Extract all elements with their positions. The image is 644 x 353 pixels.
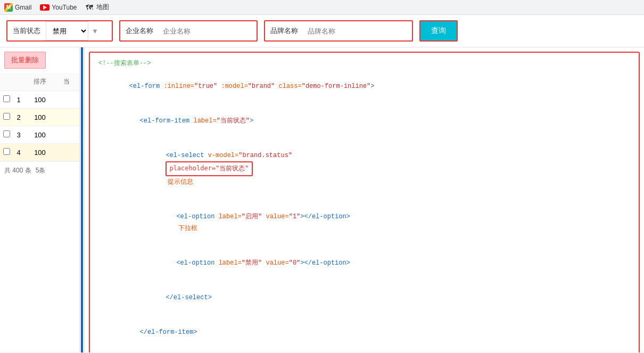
company-field-wrapper: 企业名称 — [119, 20, 258, 42]
select-arrow-icon: ▼ — [88, 27, 102, 35]
row-1-sort: 100 — [27, 92, 53, 108]
tab-gmail[interactable]: M Gmail — [4, 3, 31, 12]
company-input[interactable] — [159, 21, 257, 40]
code-line-option-enabled: <el-option label="启用" value="1"></el-opt… — [130, 200, 350, 246]
table-header: 排序 当 — [0, 73, 79, 91]
table-footer: 共 400 条 5条 — [0, 161, 79, 179]
main-content: 批量删除 排序 当 1 100 2 100 3 100 — [0, 47, 644, 352]
table-row: 3 100 — [0, 126, 79, 144]
table-row: 1 100 — [0, 91, 79, 109]
annotation-xialakuang: 下拉框 — [178, 224, 197, 232]
tab-maps[interactable]: 🗺 地图 — [86, 3, 109, 12]
tab-maps-label: 地图 — [96, 3, 109, 12]
code-line-select-close: </el-select> — [120, 281, 350, 315]
search-bar: 当前状态 禁用 启用 ▼ 企业名称 品牌名称 查询 — [0, 15, 644, 47]
vertical-separator — [81, 47, 83, 352]
row-4-more — [53, 148, 79, 157]
table-row: 4 100 — [0, 144, 79, 161]
brand-input[interactable] — [303, 21, 401, 40]
brand-field-wrapper: 品牌名称 — [264, 20, 413, 42]
code-line-form: <el-form :inline="true" :model="brand" c… — [98, 70, 630, 104]
th-checkbox — [0, 73, 11, 91]
row-3-checkbox[interactable] — [3, 130, 10, 137]
table-area: 批量删除 排序 当 1 100 2 100 3 100 — [0, 47, 80, 352]
code-line-form-item-status: <el-form-item label="当前状态"> — [98, 104, 630, 138]
row-2-num: 2 — [11, 109, 27, 126]
code-comment-search: <!--搜索表单--> — [98, 58, 630, 70]
code-section-1: <!--搜索表单--> <el-form :inline="true" :mod… — [89, 52, 640, 352]
code-line-select-wrap: <el-select v-model="brand.status" placeh… — [120, 138, 630, 315]
tab-gmail-label: Gmail — [15, 4, 31, 11]
browser-tab-bar: M Gmail YouTube 🗺 地图 — [0, 0, 644, 15]
gmail-icon: M — [4, 3, 13, 12]
row-4-checkbox[interactable] — [3, 148, 10, 155]
annotation-panel: <!--搜索表单--> <el-form :inline="true" :mod… — [84, 47, 644, 352]
code-line-form-item-close: </el-form-item> — [109, 315, 630, 350]
row-3-more — [53, 130, 79, 139]
th-more: 当 — [53, 73, 79, 91]
maps-icon: 🗺 — [86, 3, 94, 12]
row-4-num: 4 — [11, 144, 27, 161]
status-label: 当前状态 — [7, 26, 46, 36]
brand-label: 品牌名称 — [265, 26, 303, 36]
table-row: 2 100 — [0, 109, 79, 126]
annotation-tishi: 提示信息 — [166, 178, 193, 185]
status-select[interactable]: 禁用 启用 — [46, 21, 88, 40]
tab-youtube-label: YouTube — [52, 4, 77, 11]
row-1-more — [53, 95, 79, 104]
page-size: 5条 — [36, 166, 46, 175]
th-sort: 排序 — [27, 73, 53, 91]
total-count: 共 400 条 — [4, 166, 31, 175]
row-1-checkbox[interactable] — [3, 95, 10, 102]
code-line-option-disabled: <el-option label="禁用" value="0"></el-opt… — [130, 246, 350, 281]
th-num — [11, 73, 27, 91]
row-2-sort: 100 — [27, 109, 53, 126]
tab-youtube[interactable]: YouTube — [40, 4, 77, 11]
status-field-wrapper: 当前状态 禁用 启用 ▼ — [6, 20, 113, 42]
row-4-sort: 100 — [27, 144, 53, 161]
code-line-select: <el-select v-model="brand.status" placeh… — [120, 138, 350, 200]
row-2-checkbox[interactable] — [3, 113, 10, 120]
row-1-num: 1 — [11, 92, 27, 108]
youtube-icon — [40, 4, 49, 11]
row-3-sort: 100 — [27, 127, 53, 143]
company-label: 企业名称 — [120, 26, 159, 36]
placeholder-bubble: placeholder="当前状态" — [166, 161, 252, 176]
query-button[interactable]: 查询 — [419, 20, 458, 42]
row-3-num: 3 — [11, 127, 27, 143]
row-2-more — [53, 113, 79, 121]
batch-delete-button[interactable]: 批量删除 — [4, 52, 46, 69]
